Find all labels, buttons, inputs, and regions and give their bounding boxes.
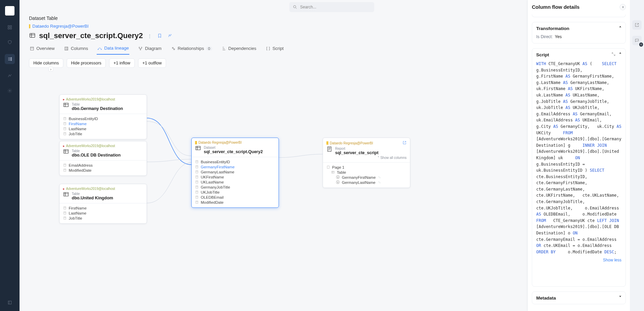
report-column[interactable]: ⦿GermanyLastName <box>325 180 408 185</box>
more-options-icon[interactable]: ⋮ <box>146 32 153 39</box>
tab-relationships[interactable]: Relationships0 <box>170 44 213 55</box>
svg-rect-37 <box>196 201 198 203</box>
column[interactable]: LastName <box>62 210 144 216</box>
column[interactable]: EmailAddress <box>62 163 144 168</box>
svg-rect-16 <box>64 103 68 107</box>
page-title: sql_server_cte_script.Query2 <box>39 31 143 40</box>
svg-rect-19 <box>64 128 66 130</box>
btn-hide-columns[interactable]: Hide columns <box>29 58 63 68</box>
nav-collapse-icon[interactable] <box>7 300 13 306</box>
nav-rail <box>0 0 20 311</box>
pbi-icon <box>29 24 30 28</box>
report-column[interactable]: ⦿GermanyFirstName <box>325 175 408 180</box>
table-icon <box>63 102 69 108</box>
section-transformation: Transformation ˄ Is Direct:Yes <box>532 22 626 44</box>
svg-rect-38 <box>328 147 331 151</box>
section-transformation-toggle[interactable]: Transformation ˄ <box>532 22 625 34</box>
section-script: Script ˄ WITH CTE_GermanyUK AS ( SELECT … <box>532 48 626 287</box>
svg-rect-6 <box>8 301 11 304</box>
column[interactable]: BusinessEntityID <box>194 159 277 164</box>
close-panel-icon[interactable]: ✕ <box>620 4 626 10</box>
powerbi-icon <box>326 141 328 145</box>
nav-dashboard-icon[interactable] <box>7 24 13 30</box>
column[interactable]: ModifiedDate <box>62 168 144 173</box>
tab-columns[interactable]: Columns <box>63 44 89 55</box>
table-icon <box>63 191 69 197</box>
search-placeholder: Search... <box>300 5 316 9</box>
rail-comments-icon[interactable]: 0 <box>632 36 642 45</box>
btn-hide-processors[interactable]: Hide processors <box>67 58 106 68</box>
tab-diagram[interactable]: Diagram <box>137 44 162 55</box>
tab-overview[interactable]: Overview <box>29 44 55 55</box>
tab-script[interactable]: Script <box>265 44 284 55</box>
node-report[interactable]: Dataedo Regresja@PowerBI Report sql_serv… <box>323 138 410 188</box>
column[interactable]: UKFirstName <box>194 174 277 179</box>
breadcrumb-source-link[interactable]: Dataedo Regresja@PowerBI <box>32 24 89 29</box>
column[interactable]: UKJobTitle <box>194 190 277 195</box>
node-united-kingdom[interactable]: ▸AdventureWorks2019@localhost Table dbo.… <box>59 184 147 224</box>
nav-lineage-icon[interactable] <box>7 73 13 79</box>
column[interactable]: FirstName <box>62 121 144 126</box>
svg-rect-21 <box>64 150 68 153</box>
column[interactable]: BusinessEntityID <box>62 116 144 121</box>
nav-catalog-icon[interactable] <box>5 54 15 64</box>
svg-rect-20 <box>64 133 66 135</box>
sqlserver-icon: ▸ <box>63 187 65 191</box>
column[interactable]: UKLastName <box>194 179 277 185</box>
section-script-toggle[interactable]: Script ˄ <box>532 49 625 61</box>
column[interactable]: FirstName <box>62 205 144 210</box>
svg-rect-9 <box>30 47 33 50</box>
section-metadata: Metadata ˅ <box>532 291 626 304</box>
section-metadata-toggle[interactable]: Metadata ˅ <box>532 292 625 304</box>
column[interactable]: JobTitle <box>62 216 144 221</box>
svg-rect-33 <box>196 181 198 183</box>
open-node-icon[interactable] <box>402 141 407 145</box>
tab-data-lineage[interactable]: Data lineage <box>97 44 129 55</box>
tab-dependencies[interactable]: Dependencies <box>221 44 257 55</box>
svg-rect-2 <box>8 28 9 29</box>
svg-rect-32 <box>196 176 198 178</box>
node-ole-db-destination[interactable]: ▸AdventureWorks2019@localhost Table dbo.… <box>59 141 147 176</box>
svg-point-13 <box>139 47 140 48</box>
nav-shield-icon[interactable] <box>7 39 13 45</box>
svg-rect-3 <box>10 28 11 29</box>
column[interactable]: GermanyJobTitle <box>194 185 277 190</box>
right-rail: 0 <box>630 0 644 311</box>
svg-point-7 <box>293 5 296 8</box>
nav-settings-icon[interactable] <box>7 88 13 94</box>
svg-rect-17 <box>64 117 66 120</box>
show-less-link[interactable]: Show less <box>536 258 621 262</box>
panel-title: Column flow details <box>532 4 626 10</box>
svg-rect-36 <box>196 196 198 198</box>
svg-rect-28 <box>196 146 200 150</box>
rail-popout-icon[interactable] <box>632 20 642 30</box>
sqlserver-icon: ▸ <box>63 144 65 148</box>
column[interactable]: ModifiedDate <box>194 200 277 205</box>
column[interactable]: JobTitle <box>62 131 144 136</box>
expand-script-icon[interactable] <box>611 52 616 57</box>
powerbi-icon <box>195 141 197 144</box>
column[interactable]: GermanyLastName <box>194 169 277 174</box>
svg-rect-22 <box>64 164 66 166</box>
node-germany-destination[interactable]: ▸AdventureWorks2019@localhost Table dbo.… <box>59 94 147 139</box>
svg-rect-34 <box>196 186 198 188</box>
btn-plus-outflow[interactable]: +1 outflow <box>138 58 166 68</box>
expand-handle-icon[interactable]: › <box>49 67 53 72</box>
svg-rect-25 <box>64 207 66 209</box>
svg-rect-1 <box>10 26 11 27</box>
table-icon <box>63 148 69 154</box>
column[interactable]: LastName <box>62 126 144 131</box>
node-query2[interactable]: Dataedo Regresja@PowerBI Dataset sql_ser… <box>191 138 279 208</box>
column[interactable]: GermanyFirstName <box>194 164 277 169</box>
search-input[interactable]: Search... <box>289 2 374 12</box>
dataset-icon <box>195 145 201 151</box>
app-logo <box>5 6 14 16</box>
ai-generate-icon[interactable] <box>166 32 173 39</box>
script-code: WITH CTE_GermanyUK AS ( SELECT g.Busines… <box>536 61 621 255</box>
column[interactable]: OLEDBEmail <box>194 195 277 200</box>
bookmark-icon[interactable] <box>156 32 163 39</box>
report-page: Page 1 <box>325 165 408 170</box>
show-all-columns[interactable]: ˅ Show all columns <box>326 156 407 160</box>
svg-rect-29 <box>196 161 198 163</box>
btn-plus-inflow[interactable]: +1 inflow <box>109 58 135 68</box>
